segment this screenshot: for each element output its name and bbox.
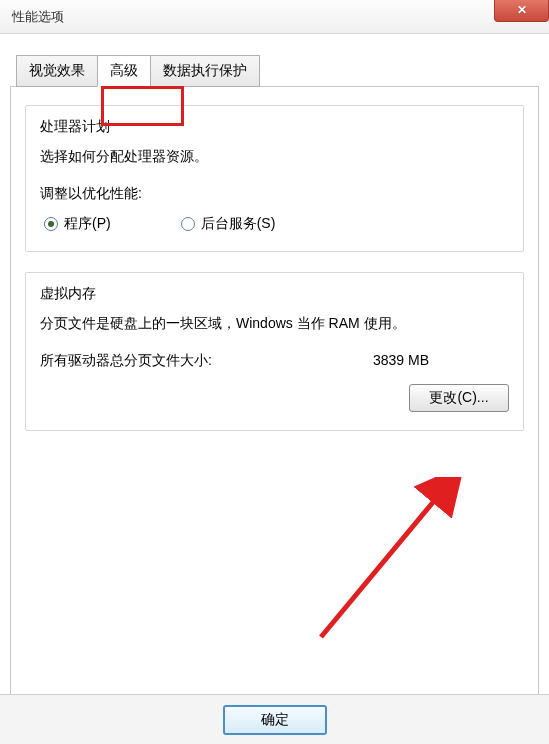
- tab-label: 数据执行保护: [163, 62, 247, 78]
- svg-line-1: [321, 495, 439, 637]
- ok-button[interactable]: 确定: [223, 705, 327, 735]
- tab-advanced[interactable]: 高级: [97, 55, 151, 87]
- content-area: 视觉效果 高级 数据执行保护 处理器计划 选择如何分配处理器资源。 调整以优化性…: [0, 34, 549, 706]
- close-button[interactable]: ✕: [494, 0, 549, 22]
- tab-strip: 视觉效果 高级 数据执行保护: [16, 54, 539, 86]
- group-description: 分页文件是硬盘上的一块区域，Windows 当作 RAM 使用。: [40, 313, 509, 334]
- vm-total-row: 所有驱动器总分页文件大小: 3839 MB: [40, 352, 509, 370]
- dialog-button-bar: 确定: [0, 694, 549, 744]
- tab-label: 视觉效果: [29, 62, 85, 78]
- button-label: 确定: [261, 711, 289, 727]
- button-label: 更改(C)...: [429, 389, 488, 405]
- group-processor-scheduling: 处理器计划 选择如何分配处理器资源。 调整以优化性能: 程序(P) 后台服务(S…: [25, 105, 524, 252]
- vm-total-value: 3839 MB: [373, 352, 429, 370]
- tab-label: 高级: [110, 62, 138, 78]
- change-button[interactable]: 更改(C)...: [409, 384, 509, 412]
- radio-label: 后台服务(S): [201, 215, 276, 233]
- radio-group: 程序(P) 后台服务(S): [40, 215, 509, 233]
- radio-background-services[interactable]: 后台服务(S): [181, 215, 276, 233]
- radio-icon: [181, 217, 195, 231]
- adjust-label: 调整以优化性能:: [40, 185, 509, 203]
- tab-panel: 处理器计划 选择如何分配处理器资源。 调整以优化性能: 程序(P) 后台服务(S…: [10, 86, 539, 696]
- vm-total-label: 所有驱动器总分页文件大小:: [40, 352, 212, 370]
- annotation-arrow-icon: [291, 477, 491, 657]
- group-title: 虚拟内存: [40, 285, 509, 303]
- group-title: 处理器计划: [40, 118, 509, 136]
- radio-programs[interactable]: 程序(P): [44, 215, 111, 233]
- close-icon: ✕: [517, 3, 527, 17]
- group-virtual-memory: 虚拟内存 分页文件是硬盘上的一块区域，Windows 当作 RAM 使用。 所有…: [25, 272, 524, 431]
- group-description: 选择如何分配处理器资源。: [40, 146, 509, 167]
- window-title: 性能选项: [12, 9, 64, 24]
- tab-visual-effects[interactable]: 视觉效果: [16, 55, 98, 87]
- change-button-row: 更改(C)...: [40, 384, 509, 412]
- radio-icon: [44, 217, 58, 231]
- title-bar: 性能选项 ✕: [0, 0, 549, 34]
- radio-label: 程序(P): [64, 215, 111, 233]
- tab-dep[interactable]: 数据执行保护: [150, 55, 260, 87]
